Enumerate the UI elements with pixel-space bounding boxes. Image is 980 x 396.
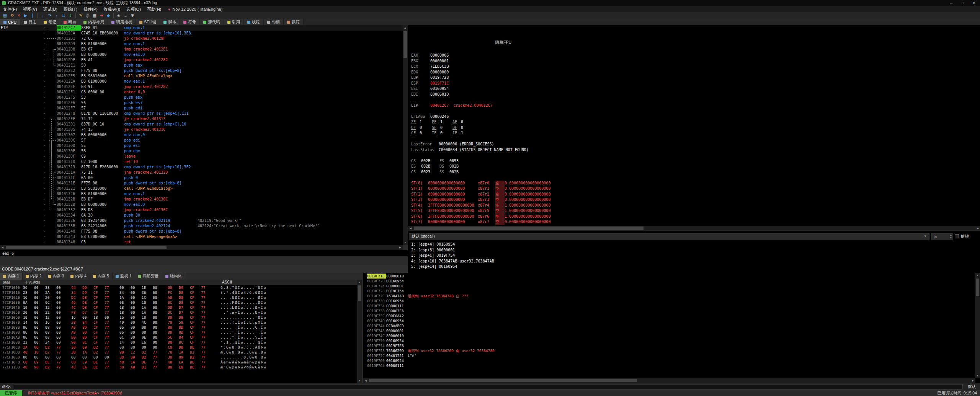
register-row[interactable]: EIP004012C7crackme2.004012C7 — [411, 103, 975, 109]
register-row[interactable]: ESP0019F71C — [411, 81, 975, 86]
scroll-up-icon[interactable]: ▲ — [357, 280, 362, 285]
fpu-register-row[interactable]: ST(2)0000000000000000x87r2空0.00000000000… — [411, 192, 975, 197]
scroll-right-icon[interactable]: ▶ — [975, 226, 980, 231]
disasm-row[interactable]: •00401326B8 01000000mov eax,1 — [0, 191, 403, 197]
settings-button[interactable]: ✱ — [129, 13, 136, 19]
disassembly-pane[interactable]: EIP•004012C783F8 01cmp eax,1•004012CAC74… — [0, 25, 403, 245]
dump-row[interactable]: 77CF10B022002400908CCF7714001600888CCF77… — [0, 340, 266, 345]
register-row[interactable]: EFLAGS00000246 — [411, 114, 975, 120]
argument-count-stepper[interactable]: 5 ▲▼ — [931, 233, 953, 240]
disasm-row[interactable]: •00401313817D 10 F2030000cmp dword ptr s… — [0, 165, 403, 170]
scrollbar-thumb[interactable] — [976, 279, 979, 296]
tab-handles[interactable]: 句柄 — [264, 19, 284, 25]
disasm-row[interactable]: •0040130FC9leave — [0, 154, 403, 159]
disasm-row[interactable]: •00401310C2 1000ret 10 — [0, 159, 403, 165]
stack-row[interactable]: 0019F744DCBAABCD — [363, 323, 495, 328]
trace-into-button[interactable]: ⇓ — [67, 13, 74, 19]
disasm-row[interactable]: •004012F553push ebx — [0, 95, 403, 100]
disassembly-vertical-scrollbar[interactable]: ▲ ▼ — [403, 25, 408, 245]
hide-fpu-button[interactable]: 隐藏FPU — [495, 40, 511, 45]
stack-vertical-scrollbar[interactable]: ▲ ▼ — [975, 273, 980, 378]
step-over-button[interactable]: ↷ — [46, 13, 53, 19]
disasm-row[interactable]: •00401301837D 0C 10cmp dword ptr ss:[ebp… — [0, 122, 403, 127]
disasm-row[interactable]: •004012F757push edi — [0, 106, 403, 111]
dump-tab-watch-1[interactable]: 监视 1 — [113, 273, 135, 280]
disasm-row[interactable]: •004012CAC745 10 EB030000mov dword ptr s… — [0, 31, 403, 36]
register-row[interactable]: EDX00000000 — [411, 70, 975, 75]
disassembly-horizontal-scrollbar[interactable]: ◀ ▶ — [0, 245, 403, 250]
dump-row[interactable]: 77CF10003600380094D9CF7700001E0060D9CF77… — [0, 285, 266, 290]
argument-row[interactable]: 5: [esp+14] 00160954 — [411, 264, 494, 270]
stack-row[interactable]: 0019F75C00401251L"è" — [363, 353, 495, 358]
dump-row[interactable]: 77CF11004098D27740EADE7750A9D17780E8DE77… — [0, 365, 266, 370]
stack-row[interactable]: 0019F73000160954 — [363, 298, 495, 303]
dump-tab-memory-2[interactable]: 内存 2 — [23, 273, 45, 280]
stack-row[interactable]: 0019F7280019F754 — [363, 288, 495, 293]
stack-row[interactable]: 0019F75000160954 — [363, 338, 495, 343]
disasm-row[interactable]: •00401332EB D8jmp crackme2.40130C — [0, 207, 403, 213]
dump-row[interactable]: 77CF101028002A0034D9CF7734003600FCD8CF77… — [0, 290, 266, 295]
menu-item[interactable]: 选项(O) — [123, 6, 144, 12]
menu-item[interactable]: 文件(F) — [0, 6, 20, 12]
log-button[interactable]: ≡ — [122, 13, 129, 19]
scroll-right-icon[interactable]: ▶ — [398, 245, 403, 250]
disasm-row[interactable]: •00401348C3ret — [0, 240, 403, 245]
menu-item[interactable]: 插件(P) — [80, 6, 101, 12]
disasm-row[interactable]: •004012E2FF75 08push dword ptr ss:[ebp+8… — [0, 68, 403, 73]
scroll-right-icon[interactable]: ▶ — [970, 378, 975, 383]
flag-name[interactable]: PF — [432, 119, 440, 125]
command-default-select[interactable]: 默认 — [968, 384, 976, 389]
dump-tab-memory-3[interactable]: 内存 3 — [45, 273, 68, 280]
tab-notes[interactable]: 笔记 — [40, 19, 60, 25]
tab-cpu[interactable]: CPU — [0, 19, 20, 25]
scroll-up-icon[interactable]: ▲ — [403, 25, 408, 30]
disasm-row[interactable]: •004012F1C8 0000 00enter 0,0 — [0, 90, 403, 95]
menu-item[interactable]: 帮助(H) — [144, 6, 164, 12]
stack-row[interactable]: 0019F73C000F0A42 — [363, 313, 495, 318]
goto-button[interactable]: ➜ — [98, 13, 105, 19]
stack-row[interactable]: 0019F74C80006010 — [363, 333, 495, 338]
tab-breakpoints[interactable]: 断点 — [60, 19, 80, 25]
stack-row[interactable]: 0019F72400000001 — [363, 284, 495, 288]
dump-row[interactable]: 77CF106010001200160018001600180088D8CF77… — [0, 315, 266, 320]
fpu-register-row[interactable]: ST(6)3FFF8000000000000000x87r6空1.0000000… — [411, 214, 975, 220]
disasm-row[interactable]: •0040133B68 24214000push crackme2.402124… — [0, 223, 403, 229]
tab-log[interactable]: 日志 — [20, 19, 40, 25]
stack-row[interactable]: 0019F74800000001 — [363, 328, 495, 333]
tab-symbols[interactable]: 符号 — [180, 19, 200, 25]
stack-row[interactable]: 0019F76400000111 — [363, 363, 495, 368]
scroll-down-icon[interactable]: ▼ — [975, 373, 980, 378]
flag-name[interactable]: SF — [432, 125, 440, 131]
dump-tab-memory-4[interactable]: 内存 4 — [67, 273, 90, 280]
graph-button[interactable]: ◈ — [115, 13, 122, 19]
stack-row[interactable]: 0019F74000160954 — [363, 318, 495, 323]
disasm-row[interactable]: •004012F8817D 0C 11010000cmp dword ptr s… — [0, 111, 403, 116]
scrollbar-thumb[interactable] — [358, 285, 361, 301]
pause-button[interactable]: ∥ — [29, 13, 36, 19]
stack-row[interactable]: 0019F72C763847AB返回到 user32.763847AB 自 ??… — [363, 293, 495, 298]
register-row[interactable]: LastStatusC0000034 (STATUS_OBJECT_NAME_N… — [411, 147, 975, 153]
register-row[interactable]: EAX00000006 — [411, 53, 975, 59]
dump-tab-struct[interactable]: 结构体 — [162, 273, 186, 280]
disasm-row[interactable]: •004012F656push esi — [0, 100, 403, 106]
disasm-row[interactable]: •00401307B8 00000000mov eax,0 — [0, 132, 403, 138]
disasm-row[interactable]: •0040133668 19214000push crackme2.402119… — [0, 218, 403, 223]
run-button[interactable]: ▶ — [22, 13, 29, 19]
disasm-row[interactable]: •00401340FF75 08push dword ptr ss:[ebp+8… — [0, 229, 403, 234]
tab-memory-map[interactable]: 内存布局 — [80, 19, 108, 25]
stack-horizontal-scrollbar[interactable]: ◀ ▶ — [363, 378, 975, 383]
checkbox-icon[interactable] — [955, 234, 959, 238]
dump-row[interactable]: 77CF1070140016002884CF7749004C007058CF77… — [0, 320, 266, 325]
scroll-down-icon[interactable]: ▼ — [403, 240, 408, 245]
step-into-button[interactable]: ↓ — [39, 13, 46, 19]
disasm-row[interactable]: •004012FF74 12je crackme2.401313 — [0, 116, 403, 122]
dump-row[interactable]: 77CF1040100012004CD8CF7718001A00D8D7CF77… — [0, 305, 266, 310]
tab-threads[interactable]: 线程 — [244, 19, 264, 25]
register-row[interactable]: EBP0019F728 — [411, 75, 975, 81]
stepper-arrows-icon[interactable]: ▲▼ — [950, 234, 953, 239]
open-file-button[interactable]: ▤ — [2, 13, 8, 19]
command-input[interactable] — [14, 384, 963, 389]
disasm-row[interactable]: •0040131EFF75 08push dword ptr ss:[ebp+8… — [0, 181, 403, 186]
menu-item[interactable]: 收藏夹(I) — [101, 6, 123, 12]
register-row[interactable]: EBX00000001 — [411, 59, 975, 64]
